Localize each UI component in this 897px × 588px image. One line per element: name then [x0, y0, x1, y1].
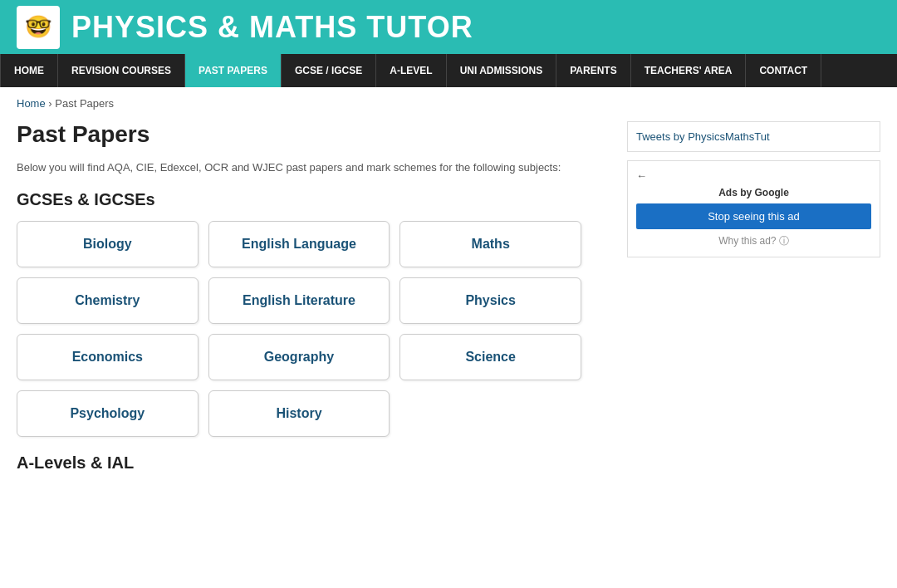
nav-a-level[interactable]: A-LEVEL: [376, 54, 446, 87]
ad-brand: Google: [755, 187, 789, 198]
ad-stop-button[interactable]: Stop seeing this ad: [636, 203, 871, 229]
subject-economics[interactable]: Economics: [17, 334, 199, 380]
content-area: Past Papers Below you will find AQA, CIE…: [17, 121, 610, 473]
main-nav: HOME REVISION COURSES PAST PAPERS GCSE /…: [0, 54, 897, 87]
site-header: 🤓 PHYSICS & MATHS TUTOR: [0, 0, 897, 54]
subject-history[interactable]: History: [208, 390, 390, 437]
ad-box: ← Ads by Google Stop seeing this ad Why …: [627, 160, 880, 257]
ad-label-text: Ads by: [718, 187, 752, 198]
ad-label: Ads by Google: [636, 187, 871, 198]
nav-uni-admissions[interactable]: UNI ADMISSIONS: [447, 54, 557, 87]
gcse-subject-grid: Biology English Language Maths Chemistry…: [17, 221, 581, 437]
logo-emoji: 🤓: [25, 14, 51, 40]
nav-teachers-area[interactable]: TEACHERS' AREA: [631, 54, 747, 87]
subject-biology[interactable]: Biology: [17, 221, 199, 267]
site-title: PHYSICS & MATHS TUTOR: [71, 10, 473, 45]
main-layout: Past Papers Below you will find AQA, CIE…: [0, 113, 897, 489]
nav-past-papers[interactable]: PAST PAPERS: [185, 54, 282, 87]
subject-chemistry[interactable]: Chemistry: [17, 277, 199, 324]
subject-physics[interactable]: Physics: [399, 277, 581, 324]
page-description: Below you will find AQA, CIE, Edexcel, O…: [17, 161, 610, 174]
breadcrumb-home[interactable]: Home: [17, 97, 46, 110]
alevels-section-heading: A-Levels & IAL: [17, 453, 610, 473]
subject-science[interactable]: Science: [399, 334, 581, 380]
nav-parents[interactable]: PARENTS: [556, 54, 630, 87]
subject-maths[interactable]: Maths: [399, 221, 581, 267]
page-title: Past Papers: [17, 121, 610, 148]
nav-contact[interactable]: CONTACT: [746, 54, 821, 87]
ad-back-arrow[interactable]: ←: [636, 169, 871, 182]
gcse-section-heading: GCSEs & IGCSEs: [17, 190, 610, 209]
ad-why[interactable]: Why this ad? ⓘ: [636, 234, 871, 248]
subject-psychology[interactable]: Psychology: [17, 390, 199, 437]
subject-english-language[interactable]: English Language: [208, 221, 390, 267]
logo-icon: 🤓: [17, 6, 60, 49]
subject-geography[interactable]: Geography: [208, 334, 390, 380]
nav-gcse[interactable]: GCSE / IGCSE: [282, 54, 376, 87]
tweets-label: Tweets by PhysicsMathsTut: [636, 130, 770, 143]
subject-english-literature[interactable]: English Literature: [208, 277, 390, 324]
tweets-box: Tweets by PhysicsMathsTut: [627, 121, 880, 152]
nav-revision-courses[interactable]: REVISION COURSES: [58, 54, 185, 87]
nav-home[interactable]: HOME: [0, 54, 58, 87]
breadcrumb-current: Past Papers: [55, 97, 114, 110]
sidebar: Tweets by PhysicsMathsTut ← Ads by Googl…: [627, 121, 880, 473]
breadcrumb-separator: ›: [48, 97, 51, 110]
breadcrumb: Home › Past Papers: [0, 87, 897, 113]
